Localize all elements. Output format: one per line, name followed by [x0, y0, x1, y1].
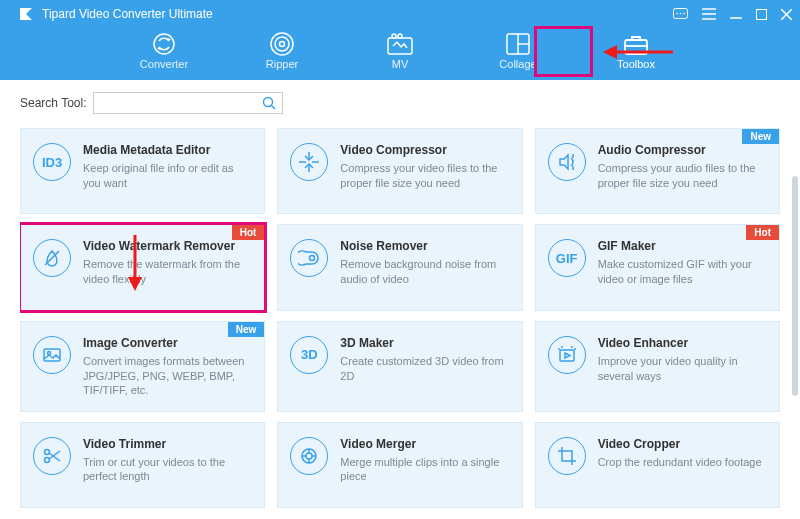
search-label: Search Tool:: [20, 96, 87, 110]
scrollbar-thumb[interactable]: [792, 176, 798, 396]
menu-icon[interactable]: [702, 8, 716, 21]
card-video-watermark-remover[interactable]: Hot Video Watermark Remover Remove the w…: [20, 224, 265, 310]
card-title: Image Converter: [83, 336, 252, 350]
search-icon: [262, 96, 276, 110]
mv-icon: [387, 30, 413, 58]
feedback-icon[interactable]: [673, 8, 688, 21]
minimize-button[interactable]: [730, 8, 742, 21]
card-desc: Compress your video files to the proper …: [340, 161, 509, 191]
card-desc: Remove background noise from audio of vi…: [340, 257, 509, 287]
card-title: Video Cropper: [598, 437, 767, 451]
card-desc: Compress your audio files to the proper …: [598, 161, 767, 191]
svg-rect-37: [44, 349, 60, 361]
card-title: Media Metadata Editor: [83, 143, 252, 157]
card-title: Audio Compressor: [598, 143, 767, 157]
svg-point-40: [45, 449, 50, 454]
watermark-remove-icon: [33, 239, 71, 277]
hot-badge: Hot: [232, 225, 265, 240]
compress-icon: [290, 143, 328, 181]
nav-label: Collage: [499, 58, 536, 70]
card-desc: Remove the watermark from the video flex…: [83, 257, 252, 287]
card-desc: Keep original file info or edit as you w…: [83, 161, 252, 191]
three-d-icon: 3D: [290, 336, 328, 374]
toolbox-icon: [623, 30, 649, 58]
card-video-trimmer[interactable]: Video Trimmer Trim or cut your videos to…: [20, 422, 265, 508]
image-convert-icon: [33, 336, 71, 374]
collage-icon: [506, 30, 530, 58]
merge-icon: [290, 437, 328, 475]
card-title: 3D Maker: [340, 336, 509, 350]
new-badge: New: [228, 322, 265, 337]
card-title: Video Merger: [340, 437, 509, 451]
card-title: Video Enhancer: [598, 336, 767, 350]
svg-point-1: [676, 12, 678, 14]
svg-point-15: [275, 37, 289, 51]
nav-label: Toolbox: [617, 58, 655, 70]
card-video-compressor[interactable]: Video Compressor Compress your video fil…: [277, 128, 522, 214]
converter-icon: [151, 30, 177, 58]
card-desc: Create customized 3D video from 2D: [340, 354, 509, 384]
card-desc: Merge multiple clips into a single piece: [340, 455, 509, 485]
card-gif-maker[interactable]: Hot GIF GIF Maker Make customized GIF wi…: [535, 224, 780, 310]
ripper-icon: [269, 30, 295, 58]
card-desc: Make customized GIF with your video or i…: [598, 257, 767, 287]
main-nav: Converter Ripper MV Collage Toolbox: [0, 30, 800, 70]
hot-badge: Hot: [746, 225, 779, 240]
id3-icon: ID3: [33, 143, 71, 181]
card-image-converter[interactable]: New Image Converter Convert images forma…: [20, 321, 265, 412]
enhance-icon: [548, 336, 586, 374]
app-logo: [18, 6, 34, 22]
svg-point-16: [280, 42, 285, 47]
nav-label: MV: [392, 58, 409, 70]
title-bar: Tipard Video Converter Ultimate Converte…: [0, 0, 800, 80]
card-audio-compressor[interactable]: New Audio Compressor Compress your audio…: [535, 128, 780, 214]
card-title: Noise Remover: [340, 239, 509, 253]
card-video-enhancer[interactable]: Video Enhancer Improve your video qualit…: [535, 321, 780, 412]
card-desc: Improve your video quality in several wa…: [598, 354, 767, 384]
close-button[interactable]: [781, 8, 792, 21]
nav-toolbox[interactable]: Toolbox: [606, 30, 666, 70]
svg-point-19: [398, 34, 402, 38]
nav-converter[interactable]: Converter: [134, 30, 194, 70]
nav-collage[interactable]: Collage: [488, 30, 548, 70]
card-noise-remover[interactable]: Noise Remover Remove background noise fr…: [277, 224, 522, 310]
svg-rect-39: [560, 350, 574, 361]
scrollbar[interactable]: [792, 176, 798, 476]
card-video-cropper[interactable]: Video Cropper Crop the redundant video f…: [535, 422, 780, 508]
card-title: GIF Maker: [598, 239, 767, 253]
svg-point-27: [263, 98, 272, 107]
body-area: Search Tool: ID3 Media Metadata Editor K…: [0, 80, 800, 519]
nav-mv[interactable]: MV: [370, 30, 430, 70]
card-title: Video Trimmer: [83, 437, 252, 451]
svg-point-3: [683, 12, 685, 14]
svg-point-36: [310, 256, 315, 261]
card-title: Video Compressor: [340, 143, 509, 157]
card-video-merger[interactable]: Video Merger Merge multiple clips into a…: [277, 422, 522, 508]
nav-label: Ripper: [266, 58, 298, 70]
search-input[interactable]: [93, 92, 283, 114]
svg-point-11: [154, 34, 174, 54]
svg-point-45: [306, 453, 312, 459]
crop-icon: [548, 437, 586, 475]
svg-point-2: [680, 12, 682, 14]
gif-icon: GIF: [548, 239, 586, 277]
svg-rect-23: [625, 40, 647, 54]
svg-point-18: [392, 34, 396, 38]
card-desc: Convert images formats between JPG/JPEG,…: [83, 354, 252, 399]
card-desc: Crop the redundant video footage: [598, 455, 767, 470]
card-media-metadata-editor[interactable]: ID3 Media Metadata Editor Keep original …: [20, 128, 265, 214]
svg-rect-8: [757, 9, 767, 19]
card-desc: Trim or cut your videos to the perfect l…: [83, 455, 252, 485]
scissors-icon: [33, 437, 71, 475]
card-3d-maker[interactable]: 3D 3D Maker Create customized 3D video f…: [277, 321, 522, 412]
tools-grid: ID3 Media Metadata Editor Keep original …: [20, 128, 780, 508]
card-title: Video Watermark Remover: [83, 239, 252, 253]
new-badge: New: [742, 129, 779, 144]
nav-ripper[interactable]: Ripper: [252, 30, 312, 70]
nav-label: Converter: [140, 58, 188, 70]
svg-point-41: [45, 457, 50, 462]
maximize-button[interactable]: [756, 8, 767, 21]
noise-remove-icon: [290, 239, 328, 277]
svg-line-28: [271, 106, 275, 110]
audio-compress-icon: [548, 143, 586, 181]
